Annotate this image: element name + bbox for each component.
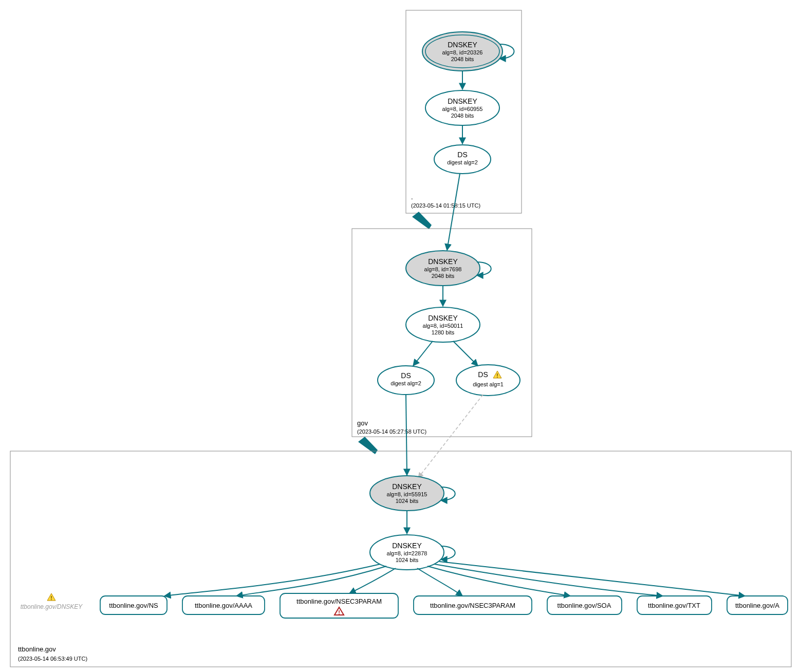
- node-title: DNSKEY: [448, 41, 477, 49]
- rr-txt[interactable]: ttbonline.gov/TXT: [637, 596, 712, 614]
- node-line3: 1024 bits: [396, 498, 419, 504]
- rr-nsec3param-b[interactable]: ttbonline.gov/NSEC3PARAM: [414, 596, 532, 614]
- node-line2: alg=8, id=55915: [387, 491, 427, 497]
- node-title: DNSKEY: [428, 314, 458, 322]
- zone-gov-name: gov: [357, 419, 368, 427]
- node-line3: 2048 bits: [451, 113, 474, 119]
- rr-a[interactable]: ttbonline.gov/A: [727, 596, 788, 614]
- node-line3: 2048 bits: [432, 273, 455, 279]
- edge: [434, 564, 663, 596]
- node-label: ttbonline.gov/NS: [109, 602, 158, 609]
- svg-text:!: !: [496, 373, 498, 379]
- edge: [417, 568, 462, 596]
- node-label: ttbonline.gov/DNSKEY: [21, 603, 83, 610]
- node-title: DNSKEY: [392, 482, 422, 491]
- zone-ttbonline-name: ttbonline.gov: [18, 645, 56, 653]
- node-gov-ds2[interactable]: DS digest alg=1 !: [456, 365, 520, 396]
- edge: [349, 568, 396, 593]
- zone-root-name: .: [411, 193, 413, 201]
- node-gov-ds1[interactable]: DS digest alg=2: [378, 366, 434, 395]
- node-root-zsk[interactable]: DNSKEY alg=8, id=60955 2048 bits: [425, 90, 499, 125]
- node-root-ksk[interactable]: DNSKEY alg=8, id=20326 2048 bits: [422, 32, 503, 71]
- svg-text:!: !: [338, 609, 340, 615]
- node-line2: digest alg=2: [447, 159, 478, 165]
- node-label: ttbonline.gov/A: [735, 602, 779, 609]
- node-title: DS: [478, 370, 488, 379]
- node-root-ds[interactable]: DS digest alg=2: [434, 145, 491, 174]
- node-title: DS: [457, 151, 467, 159]
- node-label: ttbonline.gov/TXT: [648, 602, 700, 609]
- svg-text:!: !: [50, 595, 52, 601]
- node-line3: 2048 bits: [451, 56, 474, 62]
- edge: [453, 341, 478, 366]
- cluster-arrow-icon: [412, 212, 432, 229]
- edge: [427, 566, 570, 596]
- node-label: ttbonline.gov/AAAA: [195, 602, 252, 609]
- node-line2: digest alg=2: [390, 380, 421, 386]
- rr-nsec3param-a[interactable]: ttbonline.gov/NSEC3PARAM !: [280, 593, 398, 618]
- svg-point-9: [456, 365, 520, 396]
- rr-ns[interactable]: ttbonline.gov/NS: [100, 596, 167, 614]
- node-ttb-dnskey-grey[interactable]: ! ttbonline.gov/DNSKEY: [21, 593, 83, 610]
- warning-icon: !: [47, 593, 55, 601]
- edge: [406, 395, 407, 475]
- zone-ttbonline-timestamp: (2023-05-14 06:53:49 UTC): [18, 656, 87, 662]
- node-gov-ksk[interactable]: DNSKEY alg=8, id=7698 2048 bits: [406, 251, 480, 286]
- node-line2: alg=8, id=50011: [423, 323, 463, 329]
- edge: [413, 341, 433, 366]
- node-title: DS: [401, 371, 411, 380]
- node-line2: digest alg=1: [473, 381, 504, 387]
- zone-root-timestamp: (2023-05-14 01:58:15 UTC): [411, 202, 480, 209]
- cluster-arrow-icon: [358, 437, 378, 454]
- node-line2: alg=8, id=7698: [424, 266, 462, 272]
- node-line2: alg=8, id=20326: [442, 49, 483, 55]
- node-line3: 1024 bits: [396, 557, 419, 563]
- node-label: ttbonline.gov/NSEC3PARAM: [430, 602, 515, 609]
- edge-dashed: [418, 395, 483, 478]
- node-ttb-zsk[interactable]: DNSKEY alg=8, id=22878 1024 bits: [370, 535, 444, 570]
- node-title: DNSKEY: [392, 542, 422, 550]
- node-ttb-ksk[interactable]: DNSKEY alg=8, id=55915 1024 bits: [370, 476, 444, 511]
- zone-gov-timestamp: (2023-05-14 05:27:58 UTC): [357, 428, 426, 435]
- node-label: ttbonline.gov/SOA: [557, 602, 611, 609]
- rr-soa[interactable]: ttbonline.gov/SOA: [547, 596, 622, 614]
- edge: [447, 174, 460, 250]
- node-title: DNSKEY: [448, 97, 477, 105]
- node-label: ttbonline.gov/NSEC3PARAM: [296, 598, 382, 605]
- node-line3: 1280 bits: [432, 329, 455, 335]
- edge: [236, 566, 386, 596]
- edge: [439, 562, 745, 596]
- rr-aaaa[interactable]: ttbonline.gov/AAAA: [182, 596, 265, 614]
- node-line2: alg=8, id=22878: [387, 550, 427, 556]
- node-gov-zsk[interactable]: DNSKEY alg=8, id=50011 1280 bits: [406, 307, 480, 342]
- node-line2: alg=8, id=60955: [442, 106, 483, 112]
- node-title: DNSKEY: [428, 257, 458, 266]
